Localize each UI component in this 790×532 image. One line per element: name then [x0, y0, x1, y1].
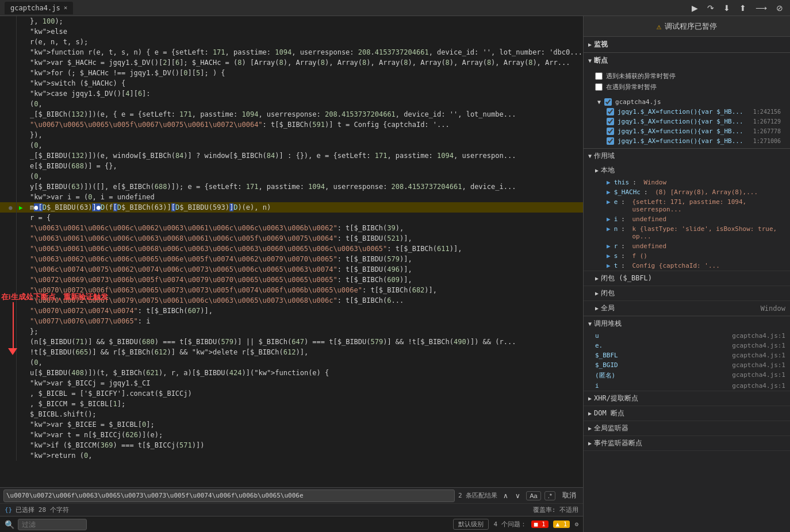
closure2-header[interactable]: ▶ 闭包	[584, 286, 790, 300]
right-panel-scroll[interactable]: ▶ 监视 ▼ 断点 遇到未捕获的异常时暂停 在遇到异常时暂	[584, 37, 790, 532]
code-area[interactable]: 在i生成处下断点，重新验证触发 }, 100); "kw">else r(e, …	[0, 16, 583, 487]
line-arrow	[16, 78, 25, 88]
line-code: (0,	[25, 99, 583, 109]
uncaught-exceptions-checkbox[interactable]	[595, 72, 603, 80]
callstack-header[interactable]: ▼ 调用堆栈	[584, 317, 790, 331]
search-input[interactable]	[6, 492, 452, 499]
table-row: }, 100);	[0, 16, 583, 26]
breakpoints-chevron: ▼	[588, 57, 592, 64]
deactivate-button[interactable]: ⊘	[774, 2, 785, 14]
search-next-button[interactable]: ∨	[513, 491, 523, 501]
step-into-button[interactable]: ⬇	[721, 2, 733, 14]
code-table: }, 100); "kw">else r(e, n, t, s); "kw">f…	[0, 16, 583, 461]
scope-item: ▶t: Config {captchaId: '...	[584, 261, 790, 271]
settings-icon[interactable]: ⚙	[574, 521, 578, 528]
resume-button[interactable]: ▶	[689, 2, 700, 14]
status-left: {} 已选择 28 个字符	[5, 506, 69, 514]
callstack-item[interactable]: igcaptcha4.js:1	[584, 381, 790, 391]
line-number	[0, 161, 16, 171]
source-checkbox[interactable]	[607, 128, 614, 135]
line-number	[0, 213, 16, 223]
closure-title: 闭包 ($_BBFL)	[601, 273, 652, 283]
line-code: (0,	[25, 171, 583, 182]
line-number	[0, 26, 16, 37]
line-code: "\u0070\u0072\u006f\u0063\u0065\u0073\u0…	[25, 285, 583, 295]
console-filter-input[interactable]	[18, 519, 87, 530]
table-row: "kw">var $_HACHc = jgqy1.$_DV()[2][6]; $…	[0, 57, 583, 68]
line-arrow	[16, 37, 25, 47]
line-number	[0, 99, 16, 109]
callstack-item[interactable]: e.gcaptcha4.js:1	[584, 341, 790, 350]
callstack-chevron: ▼	[588, 321, 592, 327]
table-row: r = {	[0, 213, 583, 223]
line-arrow	[16, 151, 25, 161]
line-code: "kw">switch ($_HACHc) {	[25, 78, 583, 88]
step-over-button[interactable]: ↷	[705, 2, 716, 14]
line-number	[0, 337, 16, 347]
xhr-header[interactable]: ▶ XHR/提取断点	[584, 391, 790, 406]
debug-status: ⚠ 调试程序已暂停	[584, 16, 790, 37]
source-checkbox[interactable]	[607, 108, 614, 115]
callstack-item[interactable]: (匿名)gcaptcha4.js:1	[584, 370, 790, 381]
line-arrow	[16, 223, 25, 233]
line-number	[0, 295, 16, 306]
step-button[interactable]: ⟶	[753, 2, 769, 14]
line-code: !t[$_BIBDU(665)] && r[$_BIBCh(612)] && "…	[25, 347, 583, 357]
source-fn: jgqy1.$_AX=function(){var $_HB...	[618, 108, 747, 115]
local-header[interactable]: ▶ 本地	[584, 163, 790, 178]
line-arrow	[16, 399, 25, 409]
line-arrow	[16, 337, 25, 347]
line-number	[0, 88, 16, 99]
line-code: "kw">for (; $_HACHc !== jgqy1.$_DV()[0][…	[25, 68, 583, 78]
source-file-item: jgqy1.$_AX=function(){var $_HB... 1:2677…	[588, 126, 785, 136]
line-arrow	[16, 130, 25, 140]
global-listeners-header[interactable]: ▶ 全局监听器	[584, 421, 790, 435]
line-number	[0, 140, 16, 151]
line-number	[0, 109, 16, 119]
line-arrow: ▶	[16, 202, 25, 213]
debug-status-text: 调试程序已暂停	[665, 21, 717, 32]
table-row: ●▶ m●[D$_BIBDU(63)]●D(f[D$_BIBCh(63)][D$…	[0, 202, 583, 213]
file-tab[interactable]: gcaptcha4.js ×	[5, 2, 73, 14]
match-case-button[interactable]: Aa	[526, 491, 540, 500]
scope-header[interactable]: ▼ 作用域	[584, 149, 790, 163]
line-number	[0, 450, 16, 461]
regex-button[interactable]: .*	[544, 491, 555, 500]
cancel-search-button[interactable]: 取消	[559, 489, 580, 502]
table-row: "\u0070\u0072\u0074\u0074": t[$_BIBCh(60…	[0, 306, 583, 316]
line-number	[0, 171, 16, 182]
global-title: 全局	[601, 303, 615, 313]
source-checkbox[interactable]	[607, 118, 614, 125]
table-row: $_BICBL.shift();	[0, 409, 583, 419]
global-value: Window	[761, 304, 785, 313]
event-listeners-header[interactable]: ▶ 事件监听器断点	[584, 436, 790, 450]
line-arrow	[16, 161, 25, 171]
tab-close-button[interactable]: ×	[64, 4, 68, 11]
caught-exceptions-checkbox[interactable]	[595, 83, 603, 91]
watch-section: ▶ 监视	[584, 37, 790, 53]
callstack-item[interactable]: ugcaptcha4.js:1	[584, 331, 790, 341]
global-header[interactable]: ▶ 全局 Window	[584, 301, 790, 315]
line-code: "\u0063\u0061\u006c\u006c\u0068\u006c\u0…	[25, 244, 583, 254]
source-fn: jgqy1.$_AX=function(){var $_HB...	[618, 137, 747, 145]
table-row: "kw">if ($_BICCM(369) === t[$_BICCj(571)…	[0, 440, 583, 450]
search-prev-button[interactable]: ∧	[501, 491, 511, 501]
closure-header[interactable]: ▶ 闭包 ($_BBFL)	[584, 271, 790, 286]
table-row: "kw">switch ($_HACHc) {	[0, 78, 583, 88]
dom-header[interactable]: ▶ DOM 断点	[584, 406, 790, 421]
warning-icon: ⚠	[657, 22, 661, 31]
default-level-select[interactable]: 默认级别	[453, 519, 489, 530]
table-row: "\u0077\u0076\u0077\u0065": i	[0, 316, 583, 326]
breakpoints-header[interactable]: ▼ 断点	[584, 53, 790, 68]
dom-section: ▶ DOM 断点	[584, 406, 790, 421]
step-out-button[interactable]: ⬆	[737, 2, 749, 14]
scope-item: ▶s: f ()	[584, 251, 790, 261]
watch-header[interactable]: ▶ 监视	[584, 37, 790, 52]
line-number	[0, 378, 16, 388]
line-code: e[$_BIBDU(688)] = {},	[25, 161, 583, 171]
callstack-item[interactable]: $_BBFLgcaptcha4.js:1	[584, 350, 790, 360]
source-checkbox[interactable]	[607, 137, 614, 145]
gcaptcha4-checkbox[interactable]	[604, 98, 612, 106]
callstack-item[interactable]: $_BGIDgcaptcha4.js:1	[584, 360, 790, 370]
line-code: "kw">case jgqy1.$_DV()[4][6]:	[25, 88, 583, 99]
